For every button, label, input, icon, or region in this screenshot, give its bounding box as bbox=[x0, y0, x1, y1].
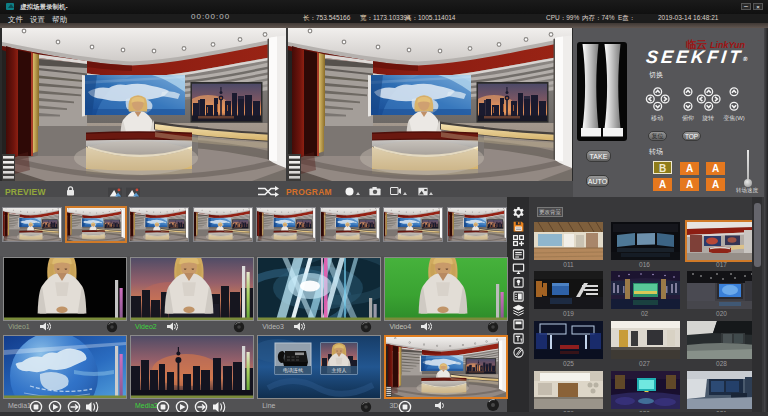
svg-text:电话连线: 电话连线 bbox=[283, 367, 303, 373]
svg-text:主持人: 主持人 bbox=[332, 367, 347, 374]
